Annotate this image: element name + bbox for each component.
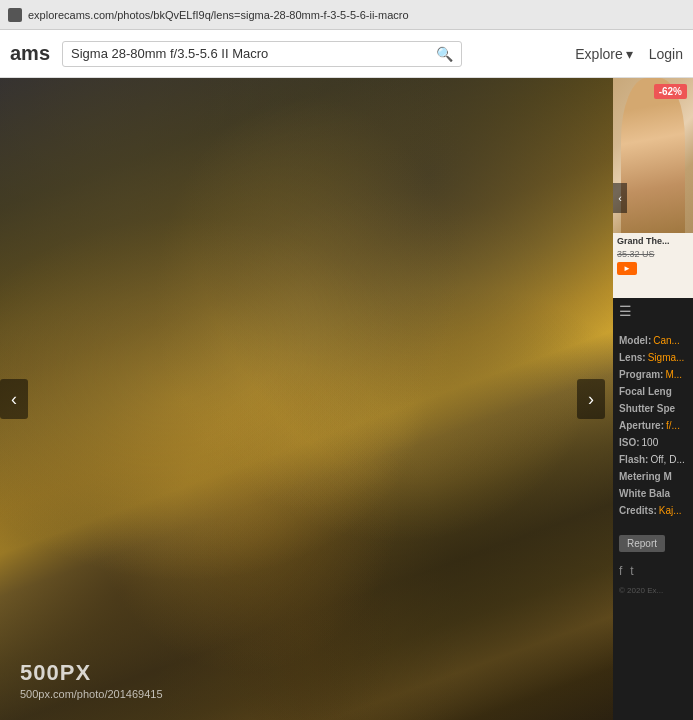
flash-row: Flash: Off, D... <box>619 451 687 468</box>
program-row: Program: M... <box>619 366 687 383</box>
login-label: Login <box>649 46 683 62</box>
lens-value: Sigma... <box>648 349 685 366</box>
aperture-label: Aperture: <box>619 417 664 434</box>
model-row: Model: Can... <box>619 332 687 349</box>
program-value: M... <box>665 366 682 383</box>
main-content: ‹ › 500PX 500px.com/photo/201469415 -62%… <box>0 78 693 720</box>
white-balance-row: White Bala <box>619 485 687 502</box>
search-input[interactable] <box>71 46 436 61</box>
focal-length-label: Focal Leng <box>619 383 672 400</box>
explore-label: Explore <box>575 46 622 62</box>
nav-explore[interactable]: Explore ▾ <box>575 46 632 62</box>
metering-row: Metering M <box>619 468 687 485</box>
search-icon[interactable]: 🔍 <box>436 46 453 62</box>
iso-row: ISO: 100 <box>619 434 687 451</box>
report-section: Report <box>613 527 693 558</box>
watermark-url: 500px.com/photo/201469415 <box>20 688 163 700</box>
prev-photo-button[interactable]: ‹ <box>0 379 28 419</box>
photo-container: ‹ › 500PX 500px.com/photo/201469415 <box>0 78 613 720</box>
sidebar-menu-icon[interactable]: ☰ <box>613 298 693 324</box>
browser-bar: explorecams.com/photos/bkQvELfI9q/lens=s… <box>0 0 693 30</box>
report-button[interactable]: Report <box>619 535 665 552</box>
model-value: Can... <box>653 332 680 349</box>
site-logo: ams <box>10 42 50 65</box>
credits-value: Kaj... <box>659 502 682 519</box>
focal-length-row: Focal Leng <box>619 383 687 400</box>
metering-label: Metering M <box>619 468 672 485</box>
copyright: © 2020 Ex... <box>613 582 693 599</box>
ad-buy-button[interactable]: ► <box>617 262 637 275</box>
lens-label: Lens: <box>619 349 646 366</box>
aperture-value: f/... <box>666 417 680 434</box>
ad-discount-badge: -62% <box>654 84 687 99</box>
carousel-left-button[interactable]: ‹ <box>613 183 627 213</box>
site-header: ams 🔍 Explore ▾ Login <box>0 30 693 78</box>
cloud-overlay <box>0 78 613 720</box>
social-icons: f t <box>613 558 693 582</box>
program-label: Program: <box>619 366 663 383</box>
nav-links: Explore ▾ Login <box>575 46 683 62</box>
shutter-label: Shutter Spe <box>619 400 675 417</box>
ad-image-face <box>621 78 685 233</box>
twitter-icon[interactable]: t <box>630 564 633 578</box>
photo-main <box>0 78 613 720</box>
model-label: Model: <box>619 332 651 349</box>
watermark: 500PX 500px.com/photo/201469415 <box>20 660 163 700</box>
watermark-logo: 500PX <box>20 660 163 686</box>
sidebar: -62% ‹ Grand The... 35.32 US ► ☰ Model: … <box>613 78 693 720</box>
flash-label: Flash: <box>619 451 648 468</box>
flash-value: Off, D... <box>650 451 684 468</box>
iso-value: 100 <box>642 434 659 451</box>
shutter-row: Shutter Spe <box>619 400 687 417</box>
ad-title: Grand The... <box>613 233 693 248</box>
ad-price: 35.32 US <box>613 248 693 260</box>
nav-login[interactable]: Login <box>649 46 683 62</box>
explore-chevron-icon: ▾ <box>626 46 633 62</box>
white-balance-label: White Bala <box>619 485 670 502</box>
next-photo-button[interactable]: › <box>577 379 605 419</box>
metadata-section: Model: Can... Lens: Sigma... Program: M.… <box>613 324 693 527</box>
credits-label: Credits: <box>619 502 657 519</box>
facebook-icon[interactable]: f <box>619 564 622 578</box>
browser-favicon <box>8 8 22 22</box>
lens-row: Lens: Sigma... <box>619 349 687 366</box>
iso-label: ISO: <box>619 434 640 451</box>
ad-banner: -62% ‹ Grand The... 35.32 US ► <box>613 78 693 298</box>
browser-url: explorecams.com/photos/bkQvELfI9q/lens=s… <box>28 9 685 21</box>
aperture-row: Aperture: f/... <box>619 417 687 434</box>
search-bar[interactable]: 🔍 <box>62 41 462 67</box>
credits-row: Credits: Kaj... <box>619 502 687 519</box>
